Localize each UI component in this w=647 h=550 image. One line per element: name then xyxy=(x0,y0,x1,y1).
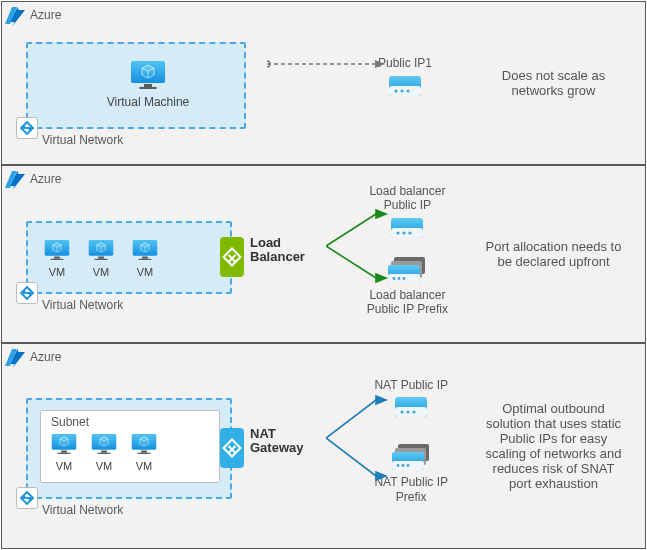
section-load-balancer: Azure VM VM V xyxy=(2,164,645,342)
virtual-network-box: Subnet VM VM xyxy=(26,398,232,499)
virtual-network-box: VM VM VM Virtual Network xyxy=(26,221,232,294)
vm-icon xyxy=(130,60,166,93)
public-ip-icon xyxy=(394,396,428,421)
vm-label: VM xyxy=(56,460,73,472)
vm-node: VM xyxy=(44,239,70,278)
nat-public-ip-prefix-label: NAT Public IP Prefix xyxy=(374,475,448,504)
public-ip-label: Public IP1 xyxy=(378,56,432,70)
nat-public-ip-label: NAT Public IP xyxy=(374,378,448,392)
diagram-sections: Azure Virtual Machine Virtual Network xyxy=(1,1,646,549)
vnet-icon xyxy=(16,117,38,139)
azure-label: Azure xyxy=(26,350,65,364)
lb-public-ip-prefix-node: Load balancer Public IP Prefix xyxy=(367,256,448,317)
section-single-vm: Azure Virtual Machine Virtual Network xyxy=(2,2,645,164)
vm-node: Virtual Machine xyxy=(62,56,234,113)
vm-node: VM xyxy=(131,433,157,472)
vm-label: VM xyxy=(93,266,110,278)
vm-label: Virtual Machine xyxy=(107,95,190,109)
azure-icon xyxy=(4,346,28,370)
public-ip-node: Public IP1 xyxy=(378,56,432,99)
vm-label: VM xyxy=(136,460,153,472)
load-balancer-icon xyxy=(222,247,242,267)
public-ip-icon xyxy=(388,75,422,100)
nat-public-ip-node: NAT Public IP xyxy=(374,378,448,421)
vm-label: VM xyxy=(49,266,66,278)
vm-node: VM xyxy=(88,239,114,278)
vm-node: VM xyxy=(91,433,117,472)
vm-node: VM xyxy=(51,433,77,472)
lb-public-ip-node: Load balancer Public IP xyxy=(369,184,445,242)
lb-public-ip-prefix-label: Load balancer Public IP Prefix xyxy=(367,288,448,317)
section-nat-gateway: Azure Subnet VM VM xyxy=(2,342,645,548)
svg-line-28 xyxy=(326,438,376,476)
subnet-box: Subnet VM VM xyxy=(40,410,220,483)
nat-gateway-icon xyxy=(222,438,242,458)
load-balancer-label: Load Balancer xyxy=(250,236,305,265)
vnet-label: Virtual Network xyxy=(42,503,123,517)
vnet-label: Virtual Network xyxy=(42,133,123,147)
description: Does not scale as networks grow xyxy=(462,2,645,164)
vm-icon xyxy=(44,239,70,264)
vnet-icon xyxy=(16,282,38,304)
svg-line-26 xyxy=(326,400,376,438)
description: Port allocation needs to be declared upf… xyxy=(462,166,645,342)
vnet-label: Virtual Network xyxy=(42,298,123,312)
vm-icon xyxy=(132,239,158,264)
azure-icon xyxy=(4,168,28,192)
azure-label: Azure xyxy=(26,8,65,22)
nat-public-ip-prefix-node: NAT Public IP Prefix xyxy=(374,443,448,504)
ip-prefix-icon xyxy=(392,443,430,471)
vm-label: VM xyxy=(137,266,154,278)
vm-node: VM xyxy=(132,239,158,278)
vm-icon xyxy=(91,433,117,458)
azure-label: Azure xyxy=(26,172,65,186)
vm-icon xyxy=(88,239,114,264)
description: Optimal outbound solution that uses stat… xyxy=(462,344,645,548)
vm-icon xyxy=(131,433,157,458)
virtual-network-box: Virtual Machine Virtual Network xyxy=(26,42,246,129)
vnet-icon xyxy=(16,487,38,509)
public-ip-icon xyxy=(390,217,424,242)
load-balancer-device xyxy=(220,237,244,277)
nat-gateway-label: NAT Gateway xyxy=(250,427,303,456)
nat-gateway-device xyxy=(220,428,244,468)
vm-icon xyxy=(51,433,77,458)
azure-icon xyxy=(4,4,28,28)
lb-public-ip-label: Load balancer Public IP xyxy=(369,184,445,213)
vm-label: VM xyxy=(96,460,113,472)
ip-prefix-icon xyxy=(388,256,426,284)
svg-point-20 xyxy=(267,61,270,67)
subnet-label: Subnet xyxy=(51,415,209,429)
